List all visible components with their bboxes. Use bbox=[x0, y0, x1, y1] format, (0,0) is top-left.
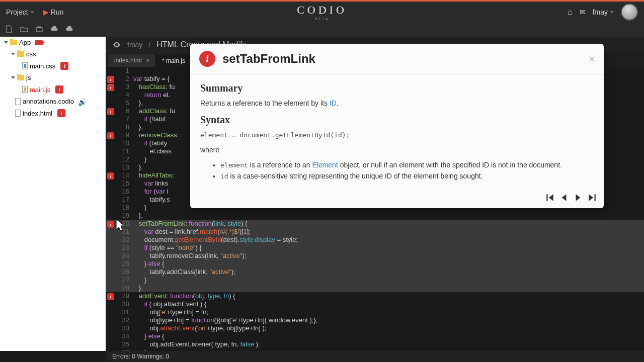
file-tree: App css main.css i js main.js i annotati… bbox=[0, 37, 106, 351]
file-icon bbox=[22, 86, 28, 93]
file-icon bbox=[15, 110, 21, 117]
annotation-badge-icon[interactable]: i bbox=[57, 109, 65, 117]
tree-root-app[interactable]: App bbox=[0, 37, 106, 48]
annotation-popup: i setTabFromLink × Summary Returns a ref… bbox=[190, 44, 604, 208]
tree-file-mainjs[interactable]: main.js i bbox=[0, 83, 106, 96]
code-line[interactable]: 27 } bbox=[106, 276, 644, 284]
tree-folder-css[interactable]: css bbox=[0, 48, 106, 60]
tree-label: annotations.codio bbox=[23, 98, 74, 105]
code-line[interactable]: 19 }, bbox=[106, 212, 644, 220]
code-line[interactable]: 28 }, bbox=[106, 284, 644, 292]
folder-icon bbox=[17, 75, 24, 80]
code-line[interactable]: 21 var dest = link.href.match(/#(.*)$/)[… bbox=[106, 228, 644, 236]
element-link[interactable]: Element bbox=[312, 161, 338, 169]
first-icon[interactable] bbox=[545, 193, 554, 202]
prev-icon[interactable] bbox=[559, 193, 569, 202]
cloud-down-icon[interactable] bbox=[65, 25, 73, 35]
tree-label: main.css bbox=[30, 62, 55, 70]
briefcase-icon[interactable] bbox=[35, 25, 43, 35]
tree-file-maincss[interactable]: main.css i bbox=[0, 60, 106, 72]
code-line[interactable]: 30 if ( obj.attachEvent ) { bbox=[106, 300, 644, 308]
run-button[interactable]: ▶ Run bbox=[43, 8, 64, 16]
logo: CODIO BETA bbox=[297, 4, 347, 21]
annotation-gutter-icon[interactable]: i bbox=[107, 221, 114, 228]
code-line[interactable]: 26 tabify.addClass(link, "active"); bbox=[106, 268, 644, 276]
file-icon bbox=[15, 98, 21, 105]
new-file-icon[interactable] bbox=[5, 25, 13, 35]
status-text: Errors: 0 Warnings: 0 bbox=[112, 353, 169, 360]
code-line[interactable]: 22 document.getElementById(dest).style.d… bbox=[106, 236, 644, 244]
svg-rect-0 bbox=[36, 28, 42, 32]
code-line[interactable]: 32 obj[type+fn] = function(){obj['e'+typ… bbox=[106, 316, 644, 324]
summary-heading: Summary bbox=[200, 82, 594, 94]
list-item: id is a case-sensitive string representi… bbox=[220, 172, 594, 180]
next-icon[interactable] bbox=[574, 193, 583, 202]
syntax-code: element = document.getElementById(id); bbox=[200, 131, 350, 139]
home-icon[interactable]: ⌂ bbox=[568, 8, 573, 17]
sound-icon[interactable]: 🔊 bbox=[78, 98, 87, 105]
toolbar bbox=[0, 23, 644, 37]
tree-label: css bbox=[26, 50, 36, 58]
menubar: Project ▶ Run CODIO BETA ⌂ ✉ fmay bbox=[0, 2, 644, 23]
tree-file-annotations[interactable]: annotations.codio 🔊 bbox=[0, 96, 106, 107]
tree-label: App bbox=[19, 39, 31, 46]
where-text: where bbox=[200, 146, 594, 154]
file-icon bbox=[22, 62, 28, 69]
annotation-gutter-icon[interactable]: i bbox=[107, 108, 114, 115]
eye-icon[interactable] bbox=[112, 40, 121, 49]
close-icon[interactable]: × bbox=[146, 56, 150, 64]
tab-mainjs[interactable]: * main.js bbox=[156, 55, 190, 67]
popup-title: setTabFromLink bbox=[222, 52, 315, 66]
info-icon: i bbox=[199, 51, 215, 67]
code-line[interactable]: 23 if (style == "none") { bbox=[106, 244, 644, 252]
cloud-up-icon[interactable] bbox=[50, 25, 58, 35]
code-line[interactable]: 25 } else { bbox=[106, 260, 644, 268]
folder-icon bbox=[17, 51, 24, 57]
popup-nav bbox=[190, 189, 604, 208]
annotation-badge-icon[interactable]: i bbox=[55, 85, 63, 94]
popup-body: Summary Returns a reference to the eleme… bbox=[190, 74, 604, 189]
folder-icon bbox=[10, 40, 17, 45]
code-line[interactable]: 31 obj['e'+type+fn] = fn; bbox=[106, 308, 644, 316]
tree-folder-js[interactable]: js bbox=[0, 72, 106, 83]
tree-label: js bbox=[26, 74, 31, 81]
tree-label: index.html bbox=[23, 110, 52, 117]
summary-text: Returns a reference to the element by it… bbox=[200, 99, 594, 107]
tree-file-indexhtml[interactable]: index.html i bbox=[0, 107, 106, 119]
code-line[interactable]: 33 obj.attachEvent('on'+type, obj[type+f… bbox=[106, 324, 644, 332]
svg-rect-1 bbox=[38, 27, 41, 28]
list-item: element is a reference to an Element obj… bbox=[220, 161, 594, 169]
record-icon[interactable] bbox=[35, 40, 43, 45]
user-menu[interactable]: fmay bbox=[593, 8, 614, 16]
annotation-badge-icon[interactable]: i bbox=[60, 62, 68, 70]
code-line[interactable]: i20 setTabFromLink: function(link, style… bbox=[106, 220, 644, 228]
tab-indexhtml[interactable]: index.html× bbox=[108, 54, 155, 67]
status-bar: Errors: 0 Warnings: 0 bbox=[106, 351, 644, 362]
code-line[interactable]: 34 } else { bbox=[106, 332, 644, 340]
annotation-gutter-icon[interactable]: i bbox=[107, 84, 114, 91]
breadcrumb-user: fmay bbox=[127, 41, 142, 49]
syntax-heading: Syntax bbox=[200, 114, 594, 126]
project-menu[interactable]: Project bbox=[6, 8, 34, 16]
mail-icon[interactable]: ✉ bbox=[580, 8, 586, 16]
code-line[interactable]: i29 addEvent: function(obj, type, fn) { bbox=[106, 292, 644, 300]
open-folder-icon[interactable] bbox=[20, 25, 28, 35]
close-icon[interactable]: × bbox=[589, 53, 595, 65]
annotation-gutter-icon[interactable]: i bbox=[107, 76, 114, 83]
code-line[interactable]: 24 tabify.removeClass(link, "active"); bbox=[106, 252, 644, 260]
annotation-gutter-icon[interactable]: i bbox=[107, 293, 114, 300]
avatar[interactable] bbox=[621, 4, 638, 21]
last-icon[interactable] bbox=[588, 193, 597, 202]
annotation-gutter-icon[interactable]: i bbox=[107, 172, 114, 179]
tree-label: main.js bbox=[30, 86, 50, 94]
annotation-gutter-icon[interactable]: i bbox=[107, 132, 114, 139]
code-line[interactable]: 35 obj.addEventListener( type, fn, false… bbox=[106, 340, 644, 348]
id-link[interactable]: ID bbox=[330, 99, 337, 107]
